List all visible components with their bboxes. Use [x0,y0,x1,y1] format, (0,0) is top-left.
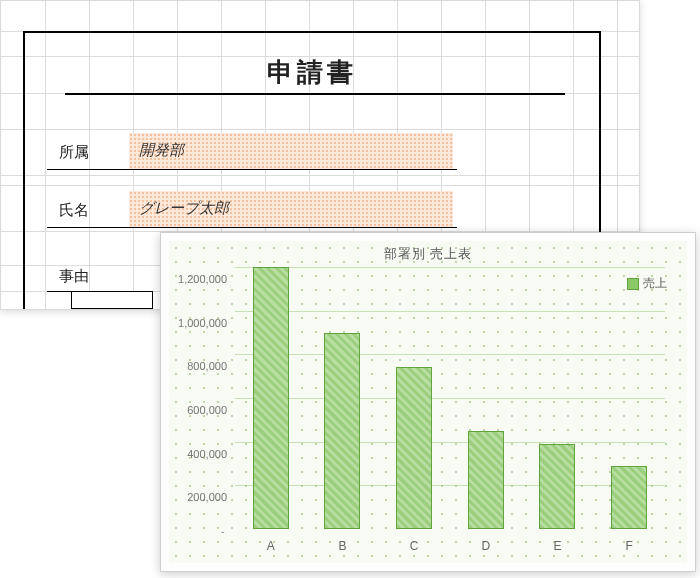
x-axis-labels: ABCDEF [235,539,665,553]
chart-title: 部署別 売上表 [161,245,695,263]
y-tick-label: 600,000 [187,404,227,416]
x-tick-label: C [396,539,432,553]
x-tick-label: B [324,539,360,553]
chart-plot-area: 1,200,0001,000,000800,000600,000400,0002… [235,267,665,529]
name-field[interactable]: グレープ太郎 [129,191,453,227]
reason-label: 事由 [59,267,119,286]
bar-D[interactable] [468,431,504,529]
name-underline [47,227,457,228]
dept-label: 所属 [59,143,119,162]
x-tick-label: E [539,539,575,553]
reason-box[interactable] [71,291,153,309]
chart-panel: 部署別 売上表 売上 1,200,0001,000,000800,000600,… [160,232,696,572]
dept-value: 開発部 [139,141,184,158]
x-tick-label: A [253,539,289,553]
name-value: グレープ太郎 [139,199,229,216]
bar-B[interactable] [324,333,360,530]
bar-group [235,267,665,529]
y-tick-label: 200,000 [187,491,227,503]
stage: 申請書 所属 開発部 氏名 グレープ太郎 事由 部署別 売上表 売上 1,200… [0,0,700,578]
y-tick-label: 1,000,000 [178,317,227,329]
form-top-border [23,31,601,33]
name-label: 氏名 [59,201,119,220]
bar-E[interactable] [539,444,575,529]
y-axis-zero-dash: - [221,526,224,537]
x-tick-label: D [468,539,504,553]
dept-field[interactable]: 開発部 [129,133,453,169]
y-tick-label: 400,000 [187,448,227,460]
bar-F[interactable] [611,466,647,529]
form-title-underline [65,93,565,95]
dept-underline [47,169,457,170]
bar-A[interactable] [253,267,289,529]
bar-C[interactable] [396,367,432,529]
y-tick-label: 1,200,000 [178,273,227,285]
x-tick-label: F [611,539,647,553]
form-title: 申請書 [23,55,601,90]
y-tick-label: 800,000 [187,360,227,372]
